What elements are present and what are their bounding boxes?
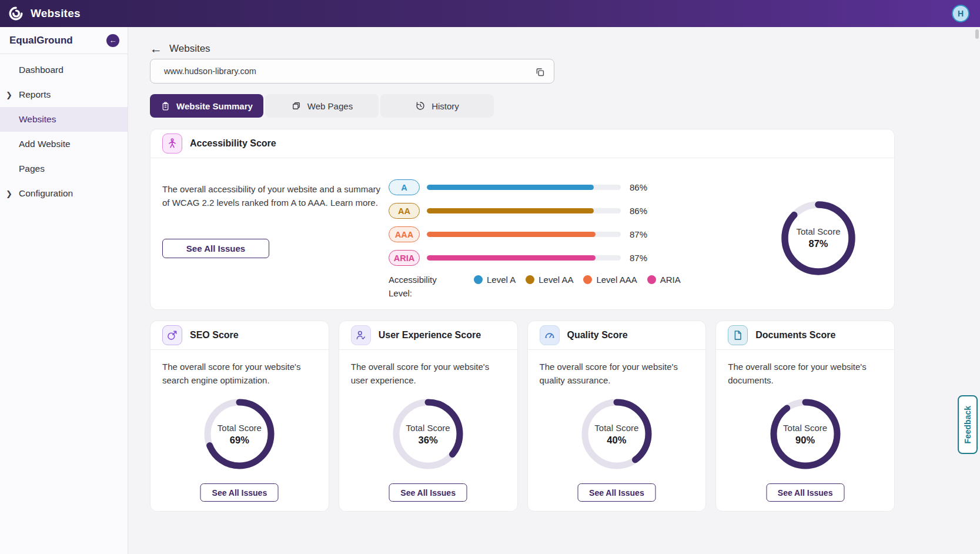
- ux-donut: Total Score 36%: [389, 395, 467, 473]
- see-all-issues-button[interactable]: See All Issues: [200, 483, 279, 502]
- total-score-donut: Total Score 87%: [778, 198, 858, 278]
- see-all-issues-button[interactable]: See All Issues: [766, 483, 844, 502]
- page-header: ← Websites: [150, 27, 895, 58]
- feedback-label: Feedback: [963, 406, 972, 444]
- user-check-icon: [351, 325, 371, 345]
- sidebar-item-websites[interactable]: Websites: [0, 107, 128, 132]
- legend-label: Accessibility Level:: [389, 273, 459, 300]
- tab-history[interactable]: History: [380, 94, 494, 118]
- sidebar-item-dashboard[interactable]: Dashboard: [0, 58, 128, 82]
- legend-text: Level AAA: [596, 275, 637, 285]
- sidebar-item-configuration[interactable]: ❯ Configuration: [0, 181, 128, 206]
- sidebar-item-reports[interactable]: ❯ Reports: [0, 82, 128, 107]
- seo-card-header: SEO Score: [150, 321, 329, 350]
- total-score-label: Total Score: [783, 423, 827, 433]
- history-icon: [415, 101, 426, 111]
- sidebar-items: Dashboard ❯ Reports Websites Add Website…: [0, 54, 128, 206]
- user-avatar[interactable]: H: [952, 5, 969, 22]
- see-all-issues-button[interactable]: See All Issues: [389, 483, 467, 502]
- website-url-box: [150, 59, 554, 84]
- total-score-value: 87%: [808, 238, 828, 249]
- level-a-row: A 86%: [389, 179, 681, 195]
- quality-score-card: Quality Score The overall score for your…: [527, 321, 707, 512]
- total-score-value: 69%: [230, 435, 249, 446]
- sidebar-item-label: Dashboard: [19, 65, 63, 75]
- legend-text: Level A: [487, 275, 516, 285]
- chevron-slot: ❯: [6, 91, 19, 99]
- chevron-slot: ❯: [6, 189, 19, 198]
- level-aa-bar-fill: [427, 208, 594, 213]
- aria-bar-fill: [427, 255, 596, 261]
- card-title: SEO Score: [190, 330, 239, 341]
- copy-url-button[interactable]: [533, 65, 547, 79]
- document-icon: [728, 325, 748, 345]
- legend-item-level-a: Level A: [474, 275, 516, 285]
- accessibility-legend: Accessibility Level: Level A Level AA Le…: [389, 273, 681, 300]
- aria-badge: ARIA: [389, 250, 420, 266]
- collapse-arrow-icon: ←: [109, 36, 117, 44]
- sidebar-item-label: Websites: [19, 114, 56, 125]
- gauge-icon: [540, 325, 560, 345]
- feedback-button[interactable]: Feedback: [958, 395, 978, 454]
- card-title: User Experience Score: [379, 330, 481, 341]
- total-score-label: Total Score: [594, 423, 638, 433]
- aria-row: ARIA 87%: [389, 250, 681, 266]
- tab-label: Web Pages: [307, 101, 353, 111]
- legend-item-level-aaa: Level AAA: [583, 275, 637, 285]
- tab-web-pages[interactable]: Web Pages: [265, 94, 379, 118]
- brand-name: EqualGround: [9, 35, 73, 46]
- tab-bar: Website Summary Web Pages History: [150, 94, 895, 118]
- legend-item-level-aa: Level AA: [526, 275, 573, 285]
- learn-more-link[interactable]: Learn more.: [330, 198, 378, 208]
- copy-icon: [534, 66, 546, 78]
- sidebar-item-pages[interactable]: Pages: [0, 156, 128, 181]
- website-url-input[interactable]: [150, 66, 554, 76]
- level-aaa-row: AAA 87%: [389, 226, 681, 242]
- level-a-dot-icon: [474, 275, 483, 284]
- sidebar-header: EqualGround ←: [0, 27, 128, 54]
- legend-text: ARIA: [660, 275, 681, 285]
- sidebar-item-label: Reports: [19, 89, 51, 100]
- card-title: Accessibility Score: [190, 138, 276, 149]
- sidebar-collapse-button[interactable]: ←: [106, 34, 119, 47]
- level-aaa-bar-track: [427, 232, 621, 237]
- aria-dot-icon: [647, 275, 656, 284]
- accessibility-score-card: Accessibility Score The overall accessib…: [150, 129, 895, 310]
- see-all-issues-button[interactable]: See All Issues: [577, 483, 655, 502]
- ux-description: The overall score for your website's use…: [339, 350, 517, 387]
- accessibility-icon: [162, 134, 182, 153]
- level-aa-bar-track: [427, 208, 621, 213]
- level-aa-badge: AA: [389, 203, 420, 219]
- user-experience-score-card: User Experience Score The overall score …: [339, 321, 518, 512]
- web-pages-icon: [291, 101, 302, 111]
- documents-donut: Total Score 90%: [767, 395, 844, 473]
- legend-item-aria: ARIA: [647, 275, 681, 285]
- tab-website-summary[interactable]: Website Summary: [150, 94, 263, 118]
- seo-description: The overall score for your website's sea…: [150, 350, 329, 387]
- accessibility-card-header: Accessibility Score: [150, 129, 894, 158]
- see-all-issues-button[interactable]: See All Issues: [162, 239, 269, 258]
- sidebar-item-label: Pages: [19, 163, 45, 174]
- total-score-value: 90%: [795, 435, 815, 446]
- back-arrow-icon[interactable]: ←: [150, 42, 162, 55]
- scrollbar-thumb[interactable]: [975, 29, 979, 39]
- chevron-right-icon: ❯: [6, 189, 12, 198]
- accessibility-summary: The overall accessibility of your websit…: [162, 158, 389, 300]
- app-title: Websites: [31, 7, 81, 20]
- level-aaa-badge: AAA: [389, 226, 420, 242]
- total-score-label: Total Score: [218, 423, 262, 433]
- chevron-right-icon: ❯: [6, 91, 12, 99]
- aria-percent: 87%: [630, 253, 654, 263]
- level-aaa-percent: 87%: [630, 229, 654, 239]
- sidebar-item-add-website[interactable]: Add Website: [0, 132, 128, 156]
- level-aa-percent: 86%: [630, 206, 654, 216]
- seo-donut: Total Score 69%: [200, 395, 278, 473]
- level-a-bar-track: [427, 185, 621, 190]
- quality-donut: Total Score 40%: [578, 395, 655, 473]
- wcag-level-bars: A 86% AA 86% AAA 87%: [389, 158, 681, 300]
- level-a-bar-fill: [427, 185, 594, 190]
- total-score-label: Total Score: [406, 423, 450, 433]
- quality-description: The overall score for your website's qua…: [528, 350, 706, 387]
- legend-text: Level AA: [539, 275, 573, 285]
- level-aa-dot-icon: [526, 275, 534, 284]
